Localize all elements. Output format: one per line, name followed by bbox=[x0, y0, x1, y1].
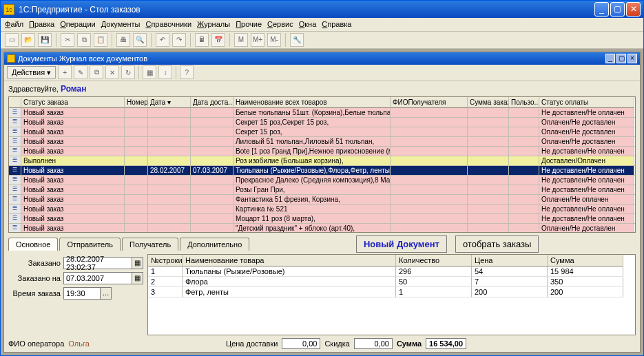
operator-name: Ольга bbox=[68, 339, 89, 348]
col-user[interactable]: Пользо... bbox=[509, 97, 539, 108]
menu-file[interactable]: Файл bbox=[5, 20, 23, 28]
order-time-input[interactable]: 19:30 bbox=[63, 287, 101, 300]
order-time-dropdown-icon[interactable]: … bbox=[101, 287, 112, 300]
ordered-input[interactable]: 28.02.2007 23:02:37 bbox=[63, 257, 132, 269]
main-toolbar: ▭ 📂 💾 ✂ ⧉ 📋 🖶 🔍 ↶ ↷ 🖩 📅 M M+ M- 🔧 bbox=[1, 32, 643, 49]
titlebar: 1c 1С:Предприятие - Стол заказов _ ▢ ✕ bbox=[1, 1, 643, 18]
ordered-for-picker-icon[interactable]: ▦ bbox=[132, 272, 143, 284]
filter-orders-button[interactable]: отобрать заказы bbox=[455, 235, 539, 253]
menu-directories[interactable]: Справочники bbox=[145, 20, 191, 28]
tab-extra[interactable]: Дополнительно bbox=[180, 238, 249, 251]
table-row[interactable]: ☰Новый заказРозы Гран При,Не доставлен/Н… bbox=[9, 185, 635, 195]
table-row[interactable]: ☰Новый заказ"Детский праздник" + яблоко … bbox=[9, 224, 635, 232]
menu-edit[interactable]: Правка bbox=[29, 20, 54, 28]
table-row[interactable]: ☰Новый заказСекрет 15 роз,Секрет 15 роз,… bbox=[9, 118, 635, 127]
menu-windows[interactable]: Окна bbox=[299, 20, 317, 28]
menu-journals[interactable]: Журналы bbox=[197, 20, 230, 28]
total-label: Сумма bbox=[397, 339, 422, 348]
table-row[interactable]: ☰Новый заказЛиловый 51 тюльпан,Лиловый 5… bbox=[9, 137, 635, 147]
close-button[interactable]: ✕ bbox=[626, 2, 641, 17]
copy-row-icon[interactable]: ⧉ bbox=[90, 65, 103, 79]
ordered-picker-icon[interactable]: ▦ bbox=[132, 257, 143, 269]
menu-documents[interactable]: Документы bbox=[101, 20, 141, 28]
tab-main[interactable]: Основное bbox=[8, 238, 58, 251]
print-icon[interactable]: 🖶 bbox=[116, 33, 130, 47]
col-sum[interactable]: Сумма заказ... bbox=[468, 97, 509, 108]
search-icon[interactable]: 🔍 bbox=[133, 33, 147, 47]
dcol-n[interactable]: №строки bbox=[148, 255, 183, 266]
table-row[interactable]: ☰Новый заказВote [1 роз Гранд При],Нежно… bbox=[9, 147, 635, 156]
menu-other[interactable]: Прочие bbox=[236, 20, 262, 28]
m-minus-icon[interactable]: M- bbox=[267, 33, 281, 47]
col-pay-status[interactable]: Статус оплаты bbox=[539, 97, 634, 108]
table-row[interactable]: ☰Новый заказСекрет 15 роз,Оплачен/Не дос… bbox=[9, 127, 635, 137]
orders-grid[interactable]: Статус заказа Номер Дата ▾ Дата доста...… bbox=[8, 96, 636, 233]
col-status[interactable]: Статус заказа bbox=[21, 97, 125, 108]
table-row[interactable]: ☰Новый заказМоцарт 11 роз (8 марта),Не д… bbox=[9, 214, 635, 224]
filter-icon[interactable]: ▦ bbox=[143, 65, 156, 79]
discount-value[interactable]: 0,00 bbox=[354, 338, 393, 349]
delete-icon[interactable]: ✕ bbox=[105, 65, 119, 79]
tab-sender[interactable]: Отправитель bbox=[59, 238, 121, 251]
undo-icon[interactable]: ↶ bbox=[156, 33, 169, 47]
dcol-sum[interactable]: Сумма bbox=[548, 255, 623, 266]
menu-help[interactable]: Справка bbox=[322, 20, 351, 28]
operator-label: ФИО оператора bbox=[8, 339, 64, 348]
edit-icon[interactable]: ✎ bbox=[74, 65, 87, 79]
minimize-button[interactable]: _ bbox=[594, 2, 609, 17]
detail-grid[interactable]: №строки Наименование товара Количество Ц… bbox=[147, 254, 636, 335]
dcol-name[interactable]: Наименование товара bbox=[183, 255, 396, 266]
table-row[interactable]: ☰ВыполненРоз изобилие (Большая корзина),… bbox=[9, 156, 635, 166]
greeting-name: Роман bbox=[61, 84, 87, 94]
calc-icon[interactable]: 🖩 bbox=[195, 33, 209, 47]
ordered-for-input[interactable]: 07.03.2007 bbox=[63, 272, 132, 284]
table-row[interactable]: ☰Новый заказКартинка № 521Не доставлен/Н… bbox=[9, 205, 635, 214]
delivery-label: Цена доставки bbox=[226, 339, 278, 348]
table-row[interactable]: ☰Новый заказПрекрасное Далеко (Средняя к… bbox=[9, 176, 635, 185]
sort-icon[interactable]: ↕ bbox=[158, 65, 172, 79]
dcol-price[interactable]: Цена bbox=[472, 255, 548, 266]
cut-icon[interactable]: ✂ bbox=[61, 33, 74, 47]
tools-icon[interactable]: 🔧 bbox=[290, 33, 304, 47]
list-item[interactable]: 3Фетр, ленты1200200 bbox=[148, 287, 635, 297]
save-icon[interactable]: 💾 bbox=[38, 33, 52, 47]
new-document-button[interactable]: Новый Документ bbox=[356, 235, 447, 253]
new-icon[interactable]: ▭ bbox=[5, 33, 19, 47]
col-number[interactable]: Номер bbox=[125, 97, 148, 108]
list-item[interactable]: 1Тюльпаны (Рыжие/Розовые)2965415 984 bbox=[148, 266, 635, 277]
maximize-button[interactable]: ▢ bbox=[610, 2, 625, 17]
table-row[interactable]: ☰Новый заказБелые тюльпаны 51шт. (Корзин… bbox=[9, 108, 635, 118]
add-icon[interactable]: + bbox=[58, 65, 72, 79]
inner-minimize-button[interactable]: _ bbox=[605, 54, 615, 63]
paste-icon[interactable]: 📋 bbox=[94, 33, 107, 47]
menu-service[interactable]: Сервис bbox=[267, 20, 293, 28]
actions-dropdown[interactable]: Действия ▾ bbox=[7, 66, 56, 78]
greeting-prefix: Здравствуйте, bbox=[8, 85, 59, 93]
copy-icon[interactable]: ⧉ bbox=[77, 33, 91, 47]
detail-body[interactable]: 1Тюльпаны (Рыжие/Розовые)2965415 9842Фло… bbox=[148, 266, 635, 297]
col-recipient[interactable]: ФИОПолучателя bbox=[391, 97, 468, 108]
col-goods[interactable]: Наименование всех товаров bbox=[233, 97, 391, 108]
list-item[interactable]: 2Флора507350 bbox=[148, 277, 635, 287]
table-row[interactable]: ☰Новый заказФантастика 51 фрезия, Корзин… bbox=[9, 195, 635, 205]
ordered-for-label: Заказано на bbox=[8, 274, 63, 282]
help-icon[interactable]: ? bbox=[180, 65, 194, 79]
actions-label: Действия bbox=[12, 68, 45, 76]
redo-icon[interactable]: ↷ bbox=[172, 33, 186, 47]
col-marker[interactable] bbox=[9, 97, 21, 108]
inner-close-button[interactable]: × bbox=[627, 54, 637, 63]
table-row[interactable]: ☰Новый заказ28.02.200707.03.2007Тюльпаны… bbox=[9, 166, 635, 176]
inner-maximize-button[interactable]: ▢ bbox=[616, 54, 626, 63]
calendar-icon[interactable]: 📅 bbox=[211, 33, 225, 47]
delivery-value[interactable]: 0,00 bbox=[282, 338, 320, 349]
col-date[interactable]: Дата ▾ bbox=[148, 97, 191, 108]
col-delivery-date[interactable]: Дата доста... bbox=[191, 97, 233, 108]
refresh-icon[interactable]: ↻ bbox=[121, 65, 135, 79]
m-icon[interactable]: M bbox=[234, 33, 248, 47]
dcol-qty[interactable]: Количество bbox=[396, 255, 472, 266]
tab-recipient[interactable]: Получатель bbox=[122, 238, 178, 251]
grid-body[interactable]: ☰Новый заказБелые тюльпаны 51шт. (Корзин… bbox=[9, 108, 635, 232]
open-icon[interactable]: 📂 bbox=[21, 33, 35, 47]
m-plus-icon[interactable]: M+ bbox=[251, 33, 264, 47]
menu-operations[interactable]: Операции bbox=[60, 20, 95, 28]
